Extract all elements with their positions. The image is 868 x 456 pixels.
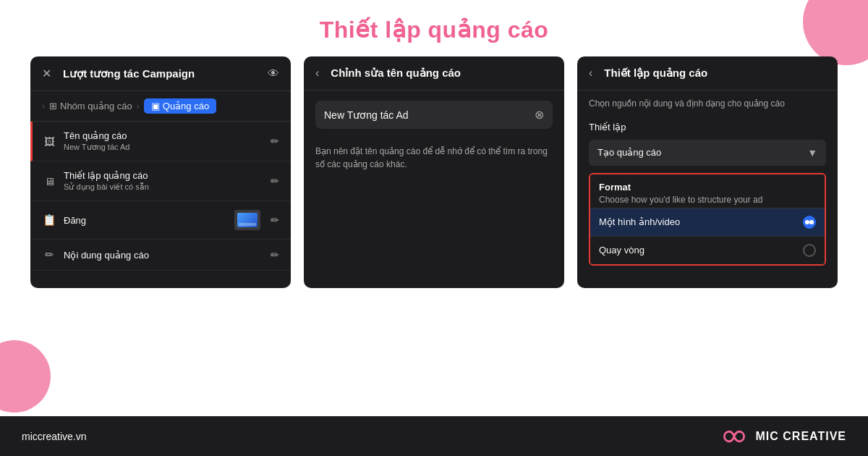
format-option-carousel[interactable]: Quay vòng [590,236,825,264]
panel-ad-setup: ‹ Thiết lập quảng cáo Chọn nguồn nội dun… [577,56,838,288]
radio-single[interactable] [803,216,816,229]
panel3-subtitle: Chọn nguồn nội dung và định dạng cho quả… [577,90,838,114]
setup-icon: 🖥 [42,175,56,187]
ad-icon: ▣ [151,101,160,111]
panel3-header: ‹ Thiết lập quảng cáo [577,56,838,90]
footer-url: miccreative.vn [22,431,86,442]
setup-dropdown[interactable]: Tạo quảng cáo ▼ [589,140,826,166]
item-title-4: Nội dung quảng cáo [64,250,149,261]
sidebar-item-content[interactable]: ✏ Nội dung quảng cáo ✏ [30,240,291,271]
sidebar-item-ad-name[interactable]: 🖼 Tên quảng cáo New Tương tác Ad ✏ [30,122,291,161]
main-content: ✕ Lượt tương tác Campaign 👁 › ⊞ Nhóm quả… [0,56,868,288]
item-right-3: ✏ [234,210,279,230]
format-option-single[interactable]: Một hình ảnh/video [590,208,825,236]
dropdown-chevron-icon: ▼ [807,147,817,159]
logo-icon [720,426,749,447]
item-left-3: 📋 Đăng [42,214,86,227]
edit-icon-1[interactable]: ✏ [271,135,279,147]
breadcrumb-arrow: › [42,101,45,111]
panel3-header-left: ‹ Thiết lập quảng cáo [589,67,707,80]
content-icon: ✏ [42,248,56,261]
format-option-single-label: Một hình ảnh/video [599,216,680,227]
format-header: Format Choose how you'd like to structur… [590,174,825,208]
panel1-title: Lượt tương tác Campaign [63,67,195,80]
page-title-area: Thiết lập quảng cáo [0,0,868,56]
panel3-title: Thiết lập quảng cáo [604,67,707,80]
panel3-section-label: Thiết lập [577,114,838,137]
footer-logo: MIC CREATIVE [720,426,846,447]
item-subtitle: New Tương tác Ad [64,143,129,152]
item-title: Tên quảng cáo [64,130,129,141]
format-option-carousel-label: Quay vòng [599,245,644,256]
radio-carousel[interactable] [803,244,816,257]
radio-dot [805,220,809,224]
panel-campaign: ✕ Lượt tương tác Campaign 👁 › ⊞ Nhóm quả… [30,56,291,288]
item-title-2: Thiết lập quảng cáo [64,170,149,181]
input-clear-icon[interactable]: ⊗ [535,108,544,122]
item-subtitle-2: Sử dụng bài viết có sẵn [64,182,149,192]
breadcrumb-ad-label: Quảng cáo [163,101,209,111]
ad-name-hint: Bạn nên đặt tên quảng cáo để dễ nhớ để c… [304,139,564,182]
back-icon[interactable]: ‹ [315,67,319,80]
edit-icon-2[interactable]: ✏ [271,175,279,187]
item-text-2: Thiết lập quảng cáo Sử dụng bài viết có … [64,170,149,192]
item-title-3: Đăng [64,215,86,226]
page-title: Thiết lập quảng cáo [0,16,868,43]
panel2-header: ‹ Chỉnh sửa tên quảng cáo [304,56,564,90]
sidebar-item-post[interactable]: 📋 Đăng ✏ [30,201,291,240]
panel2-title: Chỉnh sửa tên quảng cáo [331,67,461,80]
panel1-header-left: ✕ Lượt tương tác Campaign [42,67,195,80]
item-text-4: Nội dung quảng cáo [64,250,149,261]
item-left-4: ✏ Nội dung quảng cáo [42,248,149,261]
close-icon[interactable]: ✕ [42,67,51,80]
panel2-header-left: ‹ Chỉnh sửa tên quảng cáo [315,67,461,80]
panel3-back-icon[interactable]: ‹ [589,67,592,80]
item-text: Tên quảng cáo New Tương tác Ad [64,130,129,152]
footer: miccreative.vn MIC CREATIVE [0,416,868,456]
ad-name-input[interactable] [324,109,529,121]
format-title: Format [599,182,816,193]
eye-icon[interactable]: 👁 [268,67,279,80]
item-text-3: Đăng [64,215,86,226]
panel1-header: ✕ Lượt tương tác Campaign 👁 [30,56,291,91]
dropdown-value: Tạo quảng cáo [597,147,661,158]
breadcrumb-group[interactable]: ⊞ Nhóm quảng cáo [49,101,132,111]
decorative-circle-bottom [0,340,51,413]
breadcrumb-separator: › [137,101,140,111]
edit-icon-4[interactable]: ✏ [271,249,279,261]
format-desc: Choose how you'd like to structure your … [599,194,816,206]
item-left-2: 🖥 Thiết lập quảng cáo Sử dụng bài viết c… [42,170,149,192]
ad-name-icon: 🖼 [42,135,56,148]
format-box: Format Choose how you'd like to structur… [589,173,826,266]
breadcrumb: › ⊞ Nhóm quảng cáo › ▣ Quảng cáo [30,91,291,122]
ad-name-input-row: ⊗ [315,101,553,129]
edit-icon-3[interactable]: ✏ [271,214,279,226]
group-icon: ⊞ [49,101,57,111]
item-left: 🖼 Tên quảng cáo New Tương tác Ad [42,130,129,152]
post-thumbnail [234,210,260,230]
thumbnail-image [237,213,258,227]
panel-edit-name: ‹ Chỉnh sửa tên quảng cáo ⊗ Bạn nên đặt … [304,56,564,288]
footer-logo-text: MIC CREATIVE [756,430,846,443]
breadcrumb-ad[interactable]: ▣ Quảng cáo [144,98,216,114]
sidebar-item-setup[interactable]: 🖥 Thiết lập quảng cáo Sử dụng bài viết c… [30,161,291,201]
breadcrumb-group-label: Nhóm quảng cáo [60,101,132,111]
post-icon: 📋 [42,214,56,227]
